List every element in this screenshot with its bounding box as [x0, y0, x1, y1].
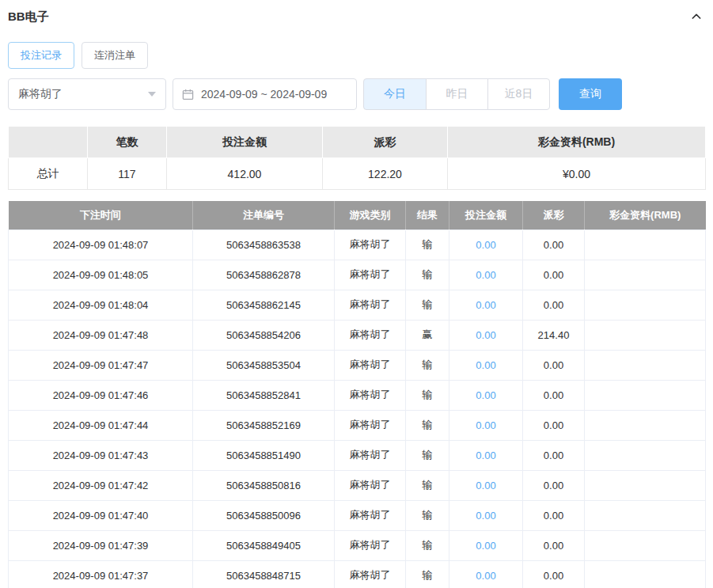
bet-amount-link[interactable]: 0.00: [476, 419, 495, 431]
bet-amount-link[interactable]: 0.00: [476, 269, 495, 281]
table-row: 2024-09-09 01:48:075063458863538麻将胡了输0.0…: [9, 230, 706, 260]
date-range-value: 2024-09-09 ~ 2024-09-09: [201, 88, 327, 101]
bet-amount-link[interactable]: 0.00: [476, 239, 495, 251]
summary-header-row: 笔数 投注金额 派彩 彩金资料(RMB): [9, 127, 706, 158]
order-number-cell: 5063458853504: [193, 350, 335, 380]
bet-amount-link[interactable]: 0.00: [476, 450, 495, 461]
chevron-down-icon: [148, 92, 156, 97]
summary-bet-amount-value: 412.00: [167, 158, 323, 190]
bonus-cell: [585, 320, 706, 350]
bet-amount-link[interactable]: 0.00: [476, 329, 495, 341]
panel-header: BB电子: [8, 8, 705, 25]
bet-amount-link[interactable]: 0.00: [476, 359, 495, 371]
bet-time-cell: 2024-09-09 01:47:40: [9, 500, 193, 530]
bet-amount-link[interactable]: 0.00: [476, 389, 495, 401]
table-row: 2024-09-09 01:47:405063458850096麻将胡了输0.0…: [9, 500, 706, 530]
summary-count-value: 117: [88, 158, 167, 190]
header-result: 结果: [406, 201, 449, 230]
header-bet-time: 下注时间: [9, 201, 193, 230]
result-cell: 输: [406, 440, 449, 470]
bet-table-header-row: 下注时间 注单编号 游戏类别 结果 投注金额 派彩 彩金资料(RMB): [9, 201, 706, 230]
result-cell: 赢: [406, 320, 449, 350]
date-range-input[interactable]: 2024-09-09 ~ 2024-09-09: [173, 78, 357, 110]
collapse-panel-button[interactable]: [688, 8, 705, 25]
order-number-cell: 5063458850096: [193, 500, 335, 530]
payout-cell: 0.00: [523, 260, 585, 290]
bet-table-body: 2024-09-09 01:48:075063458863538麻将胡了输0.0…: [9, 230, 706, 588]
bet-amount-cell: 0.00: [449, 410, 523, 440]
today-button[interactable]: 今日: [363, 78, 427, 110]
table-row: 2024-09-09 01:48:055063458862878麻将胡了输0.0…: [9, 260, 706, 290]
game-select[interactable]: 麻将胡了: [8, 78, 166, 110]
payout-cell: 0.00: [523, 350, 585, 380]
yesterday-button[interactable]: 昨日: [426, 78, 488, 110]
payout-cell: 0.00: [523, 380, 585, 410]
last-8-days-button[interactable]: 近8日: [487, 78, 550, 110]
result-cell: 输: [406, 260, 449, 290]
bonus-cell: [585, 440, 706, 470]
bonus-cell: [585, 410, 706, 440]
bet-time-cell: 2024-09-09 01:48:04: [9, 290, 193, 320]
table-row: 2024-09-09 01:47:425063458850816麻将胡了输0.0…: [9, 470, 706, 500]
bet-amount-link[interactable]: 0.00: [476, 540, 495, 552]
bet-amount-link[interactable]: 0.00: [476, 299, 495, 311]
payout-cell: 214.40: [523, 320, 585, 350]
bet-time-cell: 2024-09-09 01:47:47: [9, 350, 193, 380]
table-row: 2024-09-09 01:47:375063458848715麻将胡了输0.0…: [9, 560, 706, 588]
table-row: 2024-09-09 01:47:395063458849405麻将胡了输0.0…: [9, 530, 706, 560]
game-type-cell: 麻将胡了: [335, 470, 406, 500]
tab-cancelled-orders[interactable]: 连消注单: [82, 42, 148, 69]
result-cell: 输: [406, 560, 449, 588]
game-type-cell: 麻将胡了: [335, 500, 406, 530]
payout-cell: 0.00: [523, 410, 585, 440]
bet-amount-cell: 0.00: [449, 500, 523, 530]
payout-cell: 0.00: [523, 500, 585, 530]
bet-time-cell: 2024-09-09 01:47:48: [9, 320, 193, 350]
payout-cell: 0.00: [523, 470, 585, 500]
bet-records-panel: BB电子 投注记录 连消注单 麻将胡了 2024-09-09 ~ 2024-09…: [0, 0, 713, 588]
header-game-type: 游戏类别: [335, 201, 406, 230]
bet-table: 下注时间 注单编号 游戏类别 结果 投注金额 派彩 彩金资料(RMB) 2024…: [8, 201, 706, 588]
order-number-cell: 5063458849405: [193, 530, 335, 560]
summary-header-count: 笔数: [88, 127, 167, 158]
game-type-cell: 麻将胡了: [335, 290, 406, 320]
table-row: 2024-09-09 01:47:435063458851490麻将胡了输0.0…: [9, 440, 706, 470]
bet-amount-cell: 0.00: [449, 530, 523, 560]
header-payout: 派彩: [523, 201, 585, 230]
result-cell: 输: [406, 500, 449, 530]
chevron-up-icon: [690, 10, 703, 23]
order-number-cell: 5063458851490: [193, 440, 335, 470]
bonus-cell: [585, 470, 706, 500]
quick-date-buttons: 今日 昨日 近8日: [363, 78, 550, 110]
tab-bar: 投注记录 连消注单: [8, 42, 705, 69]
summary-header-bonus: 彩金资料(RMB): [448, 127, 706, 158]
summary-header-blank: [9, 127, 88, 158]
order-number-cell: 5063458862145: [193, 290, 335, 320]
tab-bet-records[interactable]: 投注记录: [8, 42, 74, 69]
result-cell: 输: [406, 410, 449, 440]
bet-amount-cell: 0.00: [449, 230, 523, 260]
payout-cell: 0.00: [523, 230, 585, 260]
bonus-cell: [585, 350, 706, 380]
bet-amount-cell: 0.00: [449, 290, 523, 320]
game-type-cell: 麻将胡了: [335, 260, 406, 290]
bet-amount-link[interactable]: 0.00: [476, 480, 495, 491]
bet-amount-link[interactable]: 0.00: [476, 510, 495, 522]
search-button[interactable]: 查询: [559, 78, 622, 110]
bonus-cell: [585, 230, 706, 260]
payout-cell: 0.00: [523, 290, 585, 320]
bet-time-cell: 2024-09-09 01:48:05: [9, 260, 193, 290]
filter-bar: 麻将胡了 2024-09-09 ~ 2024-09-09 今日 昨日 近8日 查…: [8, 78, 705, 110]
game-type-cell: 麻将胡了: [335, 230, 406, 260]
bet-amount-cell: 0.00: [449, 320, 523, 350]
order-number-cell: 5063458862878: [193, 260, 335, 290]
summary-header-bet-amount: 投注金额: [167, 127, 323, 158]
bet-amount-cell: 0.00: [449, 380, 523, 410]
bonus-cell: [585, 560, 706, 588]
game-type-cell: 麻将胡了: [335, 350, 406, 380]
bet-amount-link[interactable]: 0.00: [476, 570, 495, 582]
order-number-cell: 5063458850816: [193, 470, 335, 500]
result-cell: 输: [406, 470, 449, 500]
summary-table: 笔数 投注金额 派彩 彩金资料(RMB) 总计 117 412.00 122.2…: [8, 126, 706, 190]
game-type-cell: 麻将胡了: [335, 440, 406, 470]
